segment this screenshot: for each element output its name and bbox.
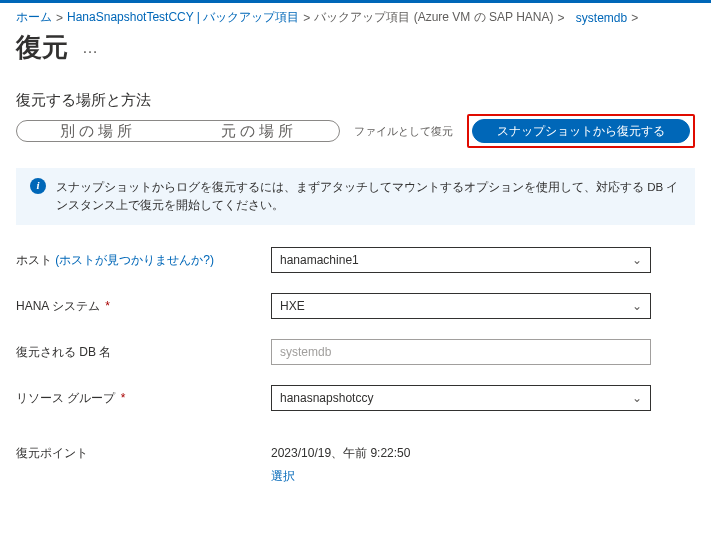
more-icon[interactable]: … xyxy=(82,39,99,57)
chevron-down-icon: ⌄ xyxy=(632,299,642,313)
required-indicator: * xyxy=(105,299,110,313)
title-bar: 復元 … xyxy=(0,26,711,79)
restored-db-value: systemdb xyxy=(280,345,331,359)
chevron-right-icon: > xyxy=(303,11,310,25)
breadcrumb-item-2: バックアップ項目 (Azure VM の SAP HANA) xyxy=(314,9,553,26)
tab-restore-from-snapshot-highlight: スナップショットから復元する xyxy=(467,114,695,148)
info-banner: i スナップショットからログを復元するには、まずアタッチしてマウントするオプショ… xyxy=(16,168,695,225)
restore-point-value: 2023/10/19、午前 9:22:50 xyxy=(271,445,651,462)
resource-group-select[interactable]: hanasnapshotccy ⌄ xyxy=(271,385,651,411)
breadcrumb: ホーム > HanaSnapshotTestCCY | バックアップ項目 > バ… xyxy=(0,3,711,26)
info-icon: i xyxy=(30,178,46,194)
breadcrumb-home[interactable]: ホーム xyxy=(16,9,52,26)
restore-point-label: 復元ポイント xyxy=(16,445,271,462)
tab-alt-location[interactable]: 別の場所 xyxy=(17,122,178,141)
tab-restore-as-files[interactable]: ファイルとして復元 xyxy=(340,124,467,139)
hana-system-select[interactable]: HXE ⌄ xyxy=(271,293,651,319)
tab-orig-location[interactable]: 元の場所 xyxy=(178,122,339,141)
chevron-down-icon: ⌄ xyxy=(632,391,642,405)
chevron-down-icon: ⌄ xyxy=(632,253,642,267)
host-not-found-link[interactable]: (ホストが見つかりませんか?) xyxy=(52,253,214,267)
required-indicator: * xyxy=(121,391,126,405)
host-label: ホスト (ホストが見つかりませんか?) xyxy=(16,247,271,269)
restored-db-field: systemdb xyxy=(271,339,651,365)
tab-restore-from-snapshot[interactable]: スナップショットから復元する xyxy=(472,119,690,143)
page-title: 復元 xyxy=(16,30,68,65)
resource-group-label: リソース グループ * xyxy=(16,385,271,407)
hana-system-label: HANA システム * xyxy=(16,293,271,315)
chevron-right-icon: > xyxy=(631,11,638,25)
host-value: hanamachine1 xyxy=(280,253,359,267)
host-select[interactable]: hanamachine1 ⌄ xyxy=(271,247,651,273)
info-text: スナップショットからログを復元するには、まずアタッチしてマウントするオプションを… xyxy=(56,178,681,215)
breadcrumb-item-1[interactable]: HanaSnapshotTestCCY | バックアップ項目 xyxy=(67,9,299,26)
tab-group-locations[interactable]: 別の場所 元の場所 xyxy=(16,120,340,142)
restored-db-label: 復元される DB 名 xyxy=(16,339,271,361)
breadcrumb-item-3[interactable]: systemdb xyxy=(576,11,627,25)
restore-point-select-link[interactable]: 選択 xyxy=(271,468,295,485)
section-heading: 復元する場所と方法 xyxy=(16,91,695,110)
resource-group-value: hanasnapshotccy xyxy=(280,391,373,405)
restore-method-tabs: 別の場所 元の場所 ファイルとして復元 スナップショットから復元する xyxy=(16,114,695,148)
chevron-right-icon: > xyxy=(558,11,565,25)
hana-system-value: HXE xyxy=(280,299,305,313)
chevron-right-icon: > xyxy=(56,11,63,25)
